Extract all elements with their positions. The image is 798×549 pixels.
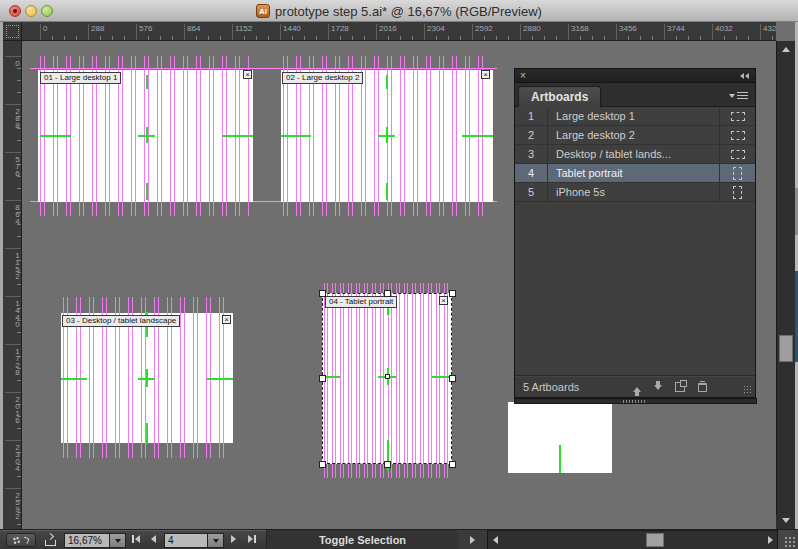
arrow-right-icon (470, 536, 475, 544)
status-bar: 16,67% 4 Toggle Selection (0, 529, 798, 549)
move-artboard-up-button[interactable] (633, 383, 641, 392)
new-artboard-button[interactable] (675, 382, 685, 392)
ruler-tick: 1728 (5, 344, 22, 375)
ruler-tick: 288 (5, 104, 22, 128)
bar-icon (254, 535, 256, 543)
delete-artboard-button[interactable] (698, 383, 707, 392)
ruler-tick: 1152 (5, 248, 22, 279)
scroll-left-button[interactable] (488, 531, 502, 549)
scroll-up-button[interactable] (777, 41, 795, 54)
move-artboard-down-button[interactable] (654, 385, 662, 394)
artboard-3-label[interactable]: 03 - Desktop / tablet landscape (62, 315, 180, 327)
artboards-panel: Artboards 1 Large desktop 1 2 Large desk… (514, 68, 756, 398)
panel-menu-icon[interactable] (729, 91, 748, 101)
artboard-2-delete-icon[interactable] (481, 70, 490, 79)
scroll-down-button[interactable] (776, 515, 795, 529)
artboard-row-2[interactable]: 2 Large desktop 2 (515, 126, 755, 145)
share-tray-icon (45, 540, 56, 546)
artboard-row-name[interactable]: Desktop / tablet lands... (548, 145, 719, 163)
titlebar[interactable]: Ai prototype step 5.ai* @ 16,67% (RGB/Pr… (0, 0, 798, 22)
selection-handle-center[interactable] (385, 374, 390, 379)
settings-sync-button[interactable] (6, 533, 36, 547)
ruler-tick: 1440 (280, 24, 301, 41)
green-guide (146, 423, 148, 444)
document-icon: Ai (256, 4, 270, 18)
artboard-dropdown-button[interactable] (207, 533, 224, 548)
artboard-1-delete-icon[interactable] (243, 70, 252, 79)
selection-handle-top-left[interactable] (319, 290, 326, 297)
artboard-1-label[interactable]: 01 - Large desktop 1 (40, 72, 121, 84)
gear-icon (13, 537, 20, 544)
ruler-tick: 864 (5, 200, 22, 224)
ruler-origin-corner[interactable] (3, 22, 22, 41)
portrait-artboard-icon (733, 186, 742, 199)
arrow-down-icon (782, 518, 790, 527)
status-next-button[interactable] (458, 530, 487, 549)
illustrator-window: Ai prototype step 5.ai* @ 16,67% (RGB/Pr… (0, 0, 798, 549)
panel-collapse-icon[interactable] (740, 73, 749, 79)
status-display[interactable]: Toggle Selection (267, 530, 458, 549)
artboard-row-name[interactable]: iPhone 5s (548, 183, 719, 201)
panel-header[interactable] (515, 69, 755, 83)
sync-arrows-icon (21, 536, 30, 545)
artboard-row-5[interactable]: 5 iPhone 5s (515, 183, 755, 202)
panel-close-icon[interactable] (520, 70, 526, 82)
first-artboard-button[interactable] (132, 535, 140, 543)
selection-handle-mid-right[interactable] (449, 375, 456, 382)
artboard-2-label[interactable]: 02 - Large desktop 2 (282, 72, 363, 84)
ruler-tick: 576 (136, 24, 152, 41)
selection-handle-top-center[interactable] (384, 290, 391, 297)
bar-icon (132, 535, 134, 543)
ruler-tick: 3456 (616, 24, 637, 41)
panel-drag-handle[interactable] (514, 398, 757, 404)
selection-handle-mid-left[interactable] (319, 375, 326, 382)
window-resize-grip[interactable] (778, 530, 798, 549)
next-artboard-button[interactable] (231, 535, 236, 543)
selection-handle-bottom-left[interactable] (319, 461, 326, 468)
artboard-number-input[interactable]: 4 (164, 533, 208, 548)
artboard-row-name[interactable]: Large desktop 2 (548, 126, 719, 144)
portrait-artboard-icon (733, 167, 742, 180)
artboard-row-1[interactable]: 1 Large desktop 1 (515, 107, 755, 126)
selection-handle-bottom-right[interactable] (449, 461, 456, 468)
artboard-orientation-button[interactable] (719, 107, 755, 125)
artboard-row-name[interactable]: Tablet portrait (548, 164, 719, 182)
previous-artboard-button[interactable] (151, 535, 156, 543)
artboard-list: 1 Large desktop 1 2 Large desktop 2 3 De… (515, 107, 755, 377)
artboard-orientation-button[interactable] (719, 126, 755, 144)
artboard-3-delete-icon[interactable] (222, 315, 231, 324)
window-left-edge (0, 22, 3, 529)
zoom-dropdown-button[interactable] (109, 533, 126, 548)
artboard-4-delete-icon[interactable] (439, 296, 448, 305)
artboard-row-3[interactable]: 3 Desktop / tablet lands... (515, 145, 755, 164)
green-guide (462, 135, 493, 137)
vertical-ruler[interactable]: 0288576864115214401728201623042592 (3, 41, 22, 529)
scroll-right-button[interactable] (763, 531, 777, 549)
horizontal-ruler[interactable]: 0288576864115214401728201623042592288031… (22, 22, 776, 41)
last-artboard-button[interactable] (248, 535, 256, 543)
tab-artboards[interactable]: Artboards (518, 86, 601, 107)
artboard-orientation-button[interactable] (719, 145, 755, 163)
artboard-orientation-button[interactable] (719, 164, 755, 182)
artboard-4-label[interactable]: 04 - Tablet portrait (325, 296, 397, 308)
artboard-row-name[interactable]: Large desktop 1 (548, 107, 719, 125)
artboard-orientation-button[interactable] (719, 183, 755, 201)
window-title: prototype step 5.ai* @ 16,67% (RGB/Previ… (275, 4, 542, 19)
green-guide (207, 378, 233, 380)
green-guide (146, 369, 148, 387)
vertical-scrollbar-thumb[interactable] (779, 335, 793, 362)
ruler-tick: 2016 (376, 24, 397, 41)
ruler-tick: 2592 (5, 488, 22, 519)
selection-handle-top-right[interactable] (449, 290, 456, 297)
vertical-scrollbar[interactable] (776, 41, 795, 529)
zoom-level-input[interactable]: 16,67% (64, 533, 110, 548)
ruler-tick: 1728 (328, 24, 349, 41)
horizontal-scrollbar[interactable] (487, 530, 778, 549)
arrow-up-icon (782, 43, 790, 52)
green-guide (222, 135, 253, 137)
selection-handle-bottom-center[interactable] (384, 461, 391, 468)
share-button[interactable] (44, 534, 58, 546)
artboard-row-4-selected[interactable]: 4 Tablet portrait (515, 164, 755, 183)
panel-resize-grip[interactable] (743, 385, 753, 395)
horizontal-scrollbar-thumb[interactable] (646, 533, 664, 547)
